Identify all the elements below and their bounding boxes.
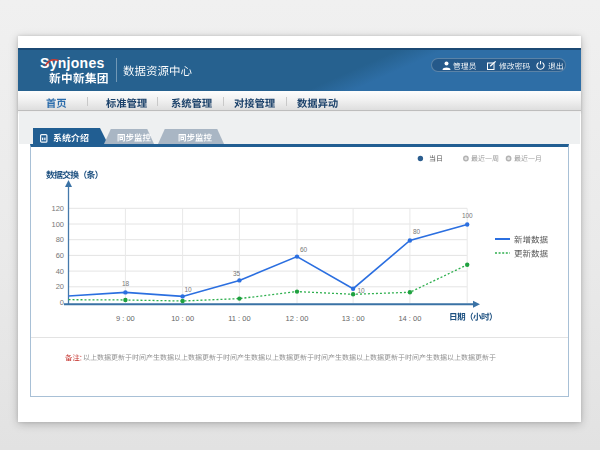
svg-text:100: 100 (462, 212, 473, 219)
svg-text:13 : 00: 13 : 00 (342, 314, 365, 323)
svg-text:12 : 00: 12 : 00 (286, 314, 309, 323)
svg-text:10 : 00: 10 : 00 (171, 314, 194, 323)
svg-text:11 : 00: 11 : 00 (228, 314, 250, 323)
svg-text:60: 60 (300, 246, 308, 253)
svg-text:80: 80 (413, 228, 421, 235)
svg-text:0: 0 (60, 298, 64, 307)
svg-text:10: 10 (185, 286, 193, 293)
svg-text:40: 40 (56, 267, 64, 276)
svg-text:9 : 00: 9 : 00 (116, 314, 135, 323)
svg-text:120: 120 (51, 204, 64, 213)
svg-text:10: 10 (358, 287, 366, 294)
svg-text:14 : 00: 14 : 00 (398, 314, 421, 323)
svg-text:20: 20 (56, 282, 64, 291)
svg-text:80: 80 (56, 235, 64, 244)
svg-text:60: 60 (56, 251, 64, 260)
svg-text:18: 18 (122, 280, 130, 287)
svg-text:35: 35 (233, 270, 241, 277)
svg-text:100: 100 (51, 220, 64, 229)
